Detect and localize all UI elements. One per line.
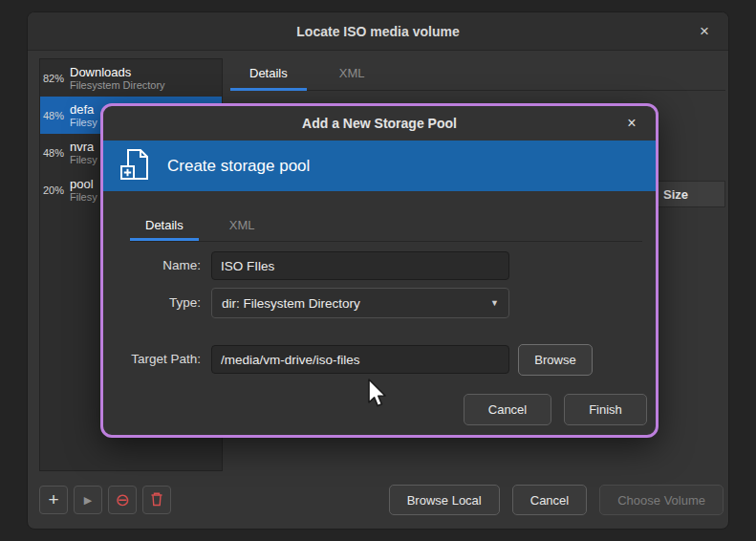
name-input[interactable] <box>211 251 509 280</box>
create-pool-header-label: Create storage pool <box>167 157 310 176</box>
dialog-tabs: Details XML <box>130 212 642 242</box>
target-path-input[interactable] <box>211 345 509 374</box>
pool-usage-percent: 82% <box>40 73 70 84</box>
pool-name: nvra <box>70 140 97 154</box>
pool-type: Filesy <box>70 154 97 166</box>
dialog-cancel-button[interactable]: Cancel <box>464 394 551 425</box>
choose-volume-button: Choose Volume <box>599 485 724 515</box>
new-document-icon <box>119 147 153 185</box>
pool-list-item[interactable]: 82% Downloads Filesystem Directory <box>40 59 222 97</box>
dialog-tab-details[interactable]: Details <box>130 212 199 241</box>
pool-detail-tabs: Details XML <box>230 58 725 91</box>
type-label: Type: <box>103 295 201 310</box>
finish-button[interactable]: Finish <box>564 394 647 425</box>
pool-type: Filesy <box>70 117 97 129</box>
pool-usage-percent: 48% <box>40 110 70 121</box>
window-title: Locate ISO media volume <box>296 24 459 39</box>
pool-usage-percent: 48% <box>40 147 70 159</box>
pool-usage-percent: 20% <box>40 184 70 196</box>
pool-type: Filesystem Directory <box>70 79 165 92</box>
browse-local-button[interactable]: Browse Local <box>389 485 500 515</box>
target-path-label: Target Path: <box>103 352 201 366</box>
play-icon: ▶ <box>84 494 92 507</box>
cancel-button[interactable]: Cancel <box>512 485 587 515</box>
window-footer-buttons: Browse Local Cancel Choose Volume <box>389 485 724 515</box>
create-pool-header: Create storage pool <box>103 141 656 191</box>
add-pool-button[interactable]: + <box>39 486 68 514</box>
trash-icon <box>150 491 163 509</box>
pool-name: defa <box>70 102 97 117</box>
tab-xml[interactable]: XML <box>320 58 384 91</box>
type-dropdown[interactable]: dir: Filesystem Directory ▼ <box>211 288 509 318</box>
browse-button[interactable]: Browse <box>518 344 593 376</box>
tab-details[interactable]: Details <box>230 58 307 91</box>
dialog-title: Add a New Storage Pool <box>302 116 457 131</box>
window-close-icon[interactable]: × <box>694 21 715 42</box>
window-titlebar[interactable]: Locate ISO media volume × <box>28 12 728 51</box>
pool-type: Filesy <box>70 191 97 204</box>
stop-pool-button[interactable]: ⊖ <box>108 486 137 514</box>
delete-pool-button[interactable] <box>142 486 171 514</box>
dialog-tab-xml[interactable]: XML <box>214 212 270 241</box>
start-pool-button[interactable]: ▶ <box>74 486 102 514</box>
column-size[interactable]: Size <box>663 187 688 202</box>
chevron-down-icon: ▼ <box>490 298 499 308</box>
plus-icon: + <box>48 489 58 510</box>
dialog-titlebar[interactable]: Add a New Storage Pool × <box>103 106 656 141</box>
mouse-cursor <box>366 379 387 413</box>
dialog-close-icon[interactable]: × <box>621 113 642 134</box>
pool-name: Downloads <box>70 65 165 79</box>
circle-minus-icon: ⊖ <box>115 489 129 510</box>
type-dropdown-value: dir: Filesystem Directory <box>222 296 360 311</box>
pool-name: pool <box>70 177 97 191</box>
name-label: Name: <box>103 258 201 272</box>
